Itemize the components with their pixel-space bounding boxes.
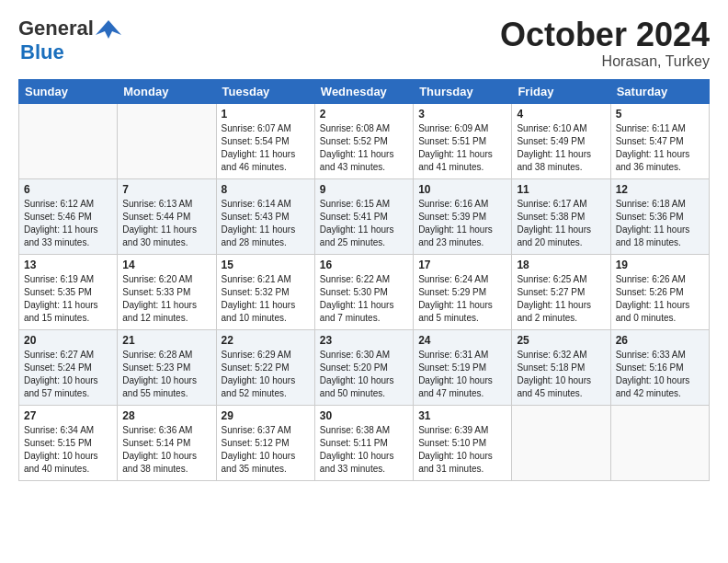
week-row: 1Sunrise: 6:07 AM Sunset: 5:54 PM Daylig… [19, 103, 710, 178]
day-number: 5 [616, 108, 704, 121]
day-number: 19 [616, 259, 704, 271]
calendar-cell: 17Sunrise: 6:24 AM Sunset: 5:29 PM Dayli… [414, 254, 512, 329]
cell-info: Sunrise: 6:07 AM Sunset: 5:54 PM Dayligh… [222, 122, 310, 174]
cell-info: Sunrise: 6:17 AM Sunset: 5:38 PM Dayligh… [517, 198, 605, 249]
day-header-thursday: Thursday [414, 79, 512, 103]
calendar-cell: 24Sunrise: 6:31 AM Sunset: 5:19 PM Dayli… [414, 329, 512, 405]
week-row: 6Sunrise: 6:12 AM Sunset: 5:46 PM Daylig… [19, 178, 710, 254]
title-block: October 2024 Horasan, Turkey [500, 17, 710, 70]
logo-blue: Blue [20, 40, 64, 64]
cell-info: Sunrise: 6:36 AM Sunset: 5:14 PM Dayligh… [122, 424, 210, 476]
day-number: 15 [222, 259, 310, 271]
calendar-cell: 5Sunrise: 6:11 AM Sunset: 5:47 PM Daylig… [610, 103, 709, 178]
calendar-cell: 2Sunrise: 6:08 AM Sunset: 5:52 PM Daylig… [314, 103, 413, 178]
day-number: 4 [517, 108, 605, 121]
cell-info: Sunrise: 6:37 AM Sunset: 5:12 PM Dayligh… [222, 424, 310, 476]
cell-info: Sunrise: 6:33 AM Sunset: 5:16 PM Dayligh… [616, 349, 704, 400]
calendar-cell: 12Sunrise: 6:18 AM Sunset: 5:36 PM Dayli… [610, 178, 709, 254]
calendar-cell: 15Sunrise: 6:21 AM Sunset: 5:32 PM Dayli… [216, 254, 314, 329]
logo-text: General [18, 17, 121, 40]
cell-info: Sunrise: 6:27 AM Sunset: 5:24 PM Dayligh… [24, 349, 112, 400]
cell-info: Sunrise: 6:38 AM Sunset: 5:11 PM Dayligh… [320, 424, 408, 476]
day-header-tuesday: Tuesday [216, 79, 314, 103]
day-number: 13 [24, 259, 112, 271]
day-number: 6 [24, 183, 112, 196]
day-number: 14 [122, 259, 210, 271]
day-number: 25 [517, 334, 605, 347]
calendar: SundayMondayTuesdayWednesdayThursdayFrid… [18, 79, 710, 481]
day-number: 9 [320, 183, 408, 196]
day-number: 23 [320, 334, 408, 347]
cell-info: Sunrise: 6:12 AM Sunset: 5:46 PM Dayligh… [24, 198, 112, 249]
calendar-cell: 4Sunrise: 6:10 AM Sunset: 5:49 PM Daylig… [512, 103, 610, 178]
calendar-cell: 13Sunrise: 6:19 AM Sunset: 5:35 PM Dayli… [19, 254, 118, 329]
day-number: 2 [320, 108, 408, 121]
cell-info: Sunrise: 6:34 AM Sunset: 5:15 PM Dayligh… [24, 424, 112, 476]
day-header-monday: Monday [118, 79, 216, 103]
cell-info: Sunrise: 6:11 AM Sunset: 5:47 PM Dayligh… [616, 122, 704, 174]
cell-info: Sunrise: 6:15 AM Sunset: 5:41 PM Dayligh… [320, 198, 408, 249]
day-number: 7 [122, 183, 210, 196]
calendar-cell: 16Sunrise: 6:22 AM Sunset: 5:30 PM Dayli… [314, 254, 413, 329]
cell-info: Sunrise: 6:31 AM Sunset: 5:19 PM Dayligh… [418, 349, 506, 400]
calendar-cell: 10Sunrise: 6:16 AM Sunset: 5:39 PM Dayli… [414, 178, 512, 254]
calendar-cell: 1Sunrise: 6:07 AM Sunset: 5:54 PM Daylig… [216, 103, 314, 178]
day-number: 10 [418, 183, 506, 196]
calendar-cell: 22Sunrise: 6:29 AM Sunset: 5:22 PM Dayli… [216, 329, 314, 405]
calendar-cell: 29Sunrise: 6:37 AM Sunset: 5:12 PM Dayli… [216, 405, 314, 480]
cell-info: Sunrise: 6:24 AM Sunset: 5:29 PM Dayligh… [418, 273, 506, 325]
day-header-wednesday: Wednesday [314, 79, 413, 103]
cell-info: Sunrise: 6:25 AM Sunset: 5:27 PM Dayligh… [517, 273, 605, 325]
header-row: SundayMondayTuesdayWednesdayThursdayFrid… [19, 79, 710, 103]
page: General Blue October 2024 Horasan, Turke… [0, 0, 728, 563]
svg-marker-0 [96, 20, 121, 39]
day-number: 31 [418, 409, 506, 422]
calendar-cell: 8Sunrise: 6:14 AM Sunset: 5:43 PM Daylig… [216, 178, 314, 254]
cell-info: Sunrise: 6:19 AM Sunset: 5:35 PM Dayligh… [24, 273, 112, 325]
month-title: October 2024 [500, 17, 710, 53]
week-row: 20Sunrise: 6:27 AM Sunset: 5:24 PM Dayli… [19, 329, 710, 405]
cell-info: Sunrise: 6:22 AM Sunset: 5:30 PM Dayligh… [320, 273, 408, 325]
calendar-cell: 19Sunrise: 6:26 AM Sunset: 5:26 PM Dayli… [610, 254, 709, 329]
logo-bird-icon [96, 18, 121, 39]
day-header-friday: Friday [512, 79, 610, 103]
week-row: 27Sunrise: 6:34 AM Sunset: 5:15 PM Dayli… [19, 405, 710, 480]
logo-general: General [18, 17, 94, 40]
calendar-cell: 23Sunrise: 6:30 AM Sunset: 5:20 PM Dayli… [314, 329, 413, 405]
calendar-cell: 27Sunrise: 6:34 AM Sunset: 5:15 PM Dayli… [19, 405, 118, 480]
calendar-cell [19, 103, 118, 178]
cell-info: Sunrise: 6:10 AM Sunset: 5:49 PM Dayligh… [517, 122, 605, 174]
calendar-cell: 11Sunrise: 6:17 AM Sunset: 5:38 PM Dayli… [512, 178, 610, 254]
calendar-cell: 7Sunrise: 6:13 AM Sunset: 5:44 PM Daylig… [118, 178, 216, 254]
calendar-cell: 3Sunrise: 6:09 AM Sunset: 5:51 PM Daylig… [414, 103, 512, 178]
cell-info: Sunrise: 6:30 AM Sunset: 5:20 PM Dayligh… [320, 349, 408, 400]
cell-info: Sunrise: 6:14 AM Sunset: 5:43 PM Dayligh… [222, 198, 310, 249]
day-number: 8 [222, 183, 310, 196]
calendar-cell: 31Sunrise: 6:39 AM Sunset: 5:10 PM Dayli… [414, 405, 512, 480]
calendar-cell: 21Sunrise: 6:28 AM Sunset: 5:23 PM Dayli… [118, 329, 216, 405]
calendar-cell: 28Sunrise: 6:36 AM Sunset: 5:14 PM Dayli… [118, 405, 216, 480]
day-number: 28 [122, 409, 210, 422]
cell-info: Sunrise: 6:32 AM Sunset: 5:18 PM Dayligh… [517, 349, 605, 400]
day-number: 26 [616, 334, 704, 347]
cell-info: Sunrise: 6:28 AM Sunset: 5:23 PM Dayligh… [122, 349, 210, 400]
calendar-cell [610, 405, 709, 480]
calendar-cell: 14Sunrise: 6:20 AM Sunset: 5:33 PM Dayli… [118, 254, 216, 329]
day-number: 29 [222, 409, 310, 422]
week-row: 13Sunrise: 6:19 AM Sunset: 5:35 PM Dayli… [19, 254, 710, 329]
header: General Blue October 2024 Horasan, Turke… [18, 17, 710, 70]
subtitle: Horasan, Turkey [500, 53, 710, 70]
calendar-header: SundayMondayTuesdayWednesdayThursdayFrid… [19, 79, 710, 103]
cell-info: Sunrise: 6:21 AM Sunset: 5:32 PM Dayligh… [222, 273, 310, 325]
calendar-cell [512, 405, 610, 480]
day-header-saturday: Saturday [610, 79, 709, 103]
calendar-body: 1Sunrise: 6:07 AM Sunset: 5:54 PM Daylig… [19, 103, 710, 480]
cell-info: Sunrise: 6:16 AM Sunset: 5:39 PM Dayligh… [418, 198, 506, 249]
calendar-cell [118, 103, 216, 178]
day-header-sunday: Sunday [19, 79, 118, 103]
calendar-cell: 9Sunrise: 6:15 AM Sunset: 5:41 PM Daylig… [314, 178, 413, 254]
calendar-cell: 18Sunrise: 6:25 AM Sunset: 5:27 PM Dayli… [512, 254, 610, 329]
calendar-cell: 25Sunrise: 6:32 AM Sunset: 5:18 PM Dayli… [512, 329, 610, 405]
day-number: 11 [517, 183, 605, 196]
cell-info: Sunrise: 6:29 AM Sunset: 5:22 PM Dayligh… [222, 349, 310, 400]
